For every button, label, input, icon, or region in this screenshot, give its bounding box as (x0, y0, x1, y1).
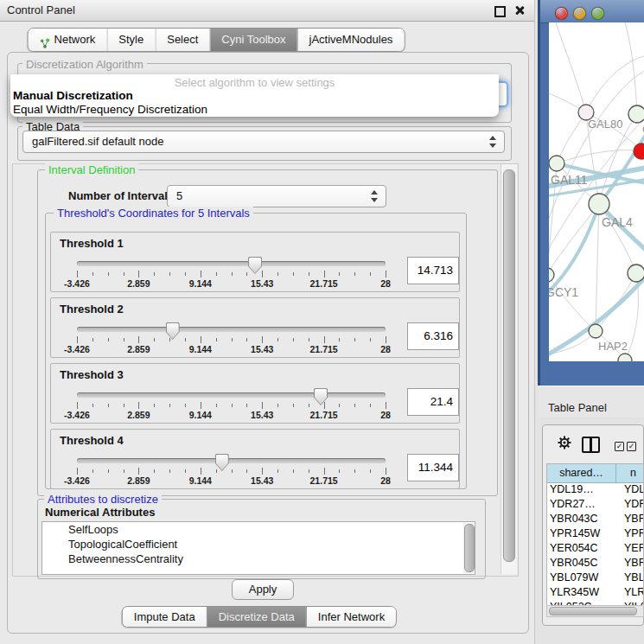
table-hscrollbar-thumb[interactable] (549, 607, 637, 615)
traffic-light-close[interactable] (555, 7, 568, 20)
tick-mark (124, 404, 124, 407)
tab-jactivemnodules[interactable]: jActiveMNodules (297, 29, 405, 51)
tab-select[interactable]: Select (155, 29, 209, 51)
attribute-item-betweennesscentrality[interactable]: BetweennessCentrality (42, 552, 475, 566)
table-row[interactable]: YER054CYER05 (547, 541, 643, 556)
threshold-value-field[interactable]: 11.344 (407, 454, 459, 481)
network-node-gal11[interactable] (549, 156, 564, 171)
tick-mark (92, 272, 93, 276)
tick-mark (262, 271, 263, 277)
network-node-c[interactable] (634, 143, 644, 159)
table-row[interactable]: YPR145WYPR14 (547, 526, 643, 541)
node-table: shared…nYDL19…YDL19YDR27…YDR27YBR043CYBR… (546, 463, 644, 606)
float-icon[interactable] (494, 6, 506, 17)
network-node-h[interactable] (628, 265, 644, 282)
apply-button[interactable]: Apply (232, 579, 294, 600)
network-node-gcy1[interactable] (549, 268, 554, 282)
column-header-shared[interactable]: shared… (547, 464, 616, 483)
tick-label: 9.144 (189, 475, 212, 486)
traffic-light-zoom[interactable] (591, 7, 604, 20)
network-node-gal4[interactable] (589, 194, 609, 214)
network-graph: GAL80GACGAL11GAL4GCY1HHAP2 (549, 22, 644, 361)
table-row[interactable]: YLR345WYLR34 (547, 585, 643, 600)
network-node-hap2[interactable] (589, 324, 603, 338)
attribute-item-selfloops[interactable]: SelfLoops (42, 522, 475, 537)
threshold-value-field[interactable]: 21.4 (407, 388, 459, 416)
panel-scrollbar[interactable] (501, 164, 517, 574)
slider-track[interactable] (77, 261, 386, 266)
table-row[interactable]: YDR27…YDR27 (547, 497, 643, 512)
tick-mark (354, 272, 355, 276)
tick-mark (309, 272, 309, 276)
traffic-light-minimize[interactable] (573, 7, 586, 20)
slider-thumb[interactable] (215, 454, 229, 471)
network-node-ga[interactable] (628, 105, 644, 123)
split-view-icon[interactable] (582, 437, 600, 453)
tab-impute-data[interactable]: Impute Data (123, 607, 207, 627)
column-header-n[interactable]: n (616, 464, 644, 483)
panel-scrollbar-thumb[interactable] (503, 169, 515, 562)
tab-network[interactable]: Network (29, 29, 107, 51)
control-panel-titlebar[interactable]: Control Panel (0, 0, 534, 22)
tick-mark (386, 336, 386, 343)
tick-mark (262, 468, 263, 475)
table-row[interactable]: YDL19…YDL19 (547, 482, 643, 497)
tick-mark (246, 469, 247, 473)
cell-name: YLR34 (619, 585, 644, 600)
network-window-titlebar[interactable] (540, 0, 644, 23)
network-canvas[interactable]: GAL80GACGAL11GAL4GCY1HHAP2 (549, 22, 644, 361)
tick-mark (309, 338, 309, 341)
tick-mark (277, 404, 278, 407)
tick-mark (232, 272, 233, 276)
numerical-attributes-list[interactable]: SelfLoopsTopologicalCoefficientBetweenne… (41, 521, 475, 575)
gear-icon[interactable] (557, 435, 572, 450)
threshold-value-field[interactable]: 6.316 (407, 322, 459, 350)
popup-option-equal-width-frequency[interactable]: Equal Width/Frequency Discretization (13, 103, 207, 116)
table-data-combobox[interactable]: galFiltered.sif default node (22, 131, 505, 153)
cell-shared-name: YDR27… (547, 497, 619, 512)
close-icon[interactable] (514, 5, 525, 16)
combo-arrows-icon (488, 135, 496, 149)
slider-thumb[interactable] (314, 388, 328, 405)
tick-mark (293, 469, 294, 473)
popup-option-manual-discretization[interactable]: Manual Discretization (13, 89, 133, 102)
table-panel-titlebar[interactable]: Table Panel (538, 386, 644, 418)
table-row[interactable]: YBR045CYBR04 (547, 556, 643, 571)
attribute-item-topologicalcoefficient[interactable]: TopologicalCoefficient (42, 537, 475, 552)
table-row[interactable]: YBL079WYBL07 (547, 571, 643, 585)
thresholds-container: Threshold 1-3.4262.8599.14415.4321.71528… (50, 232, 460, 494)
tick-label: 2.859 (127, 344, 150, 354)
tab-discretize-data[interactable]: Discretize Data (207, 607, 306, 627)
tab-label: Style (118, 29, 143, 51)
table-row[interactable]: YBR043CYBR04 (547, 512, 643, 526)
tab-label: Select (167, 29, 198, 51)
number-of-intervals-combobox[interactable]: 5 (167, 185, 386, 207)
slider-track[interactable] (77, 327, 386, 332)
checkbox-icon[interactable]: ✓ (627, 442, 636, 451)
slider-track[interactable] (77, 458, 386, 463)
slider-thumb[interactable] (166, 322, 180, 340)
tick-label: -3.426 (64, 278, 90, 289)
checkbox-icon[interactable]: ✓ (615, 442, 624, 451)
tab-cyni-toolbox[interactable]: Cyni Toolbox (209, 29, 296, 51)
slider-thumb[interactable] (248, 257, 262, 274)
cell-shared-name: YER054C (547, 541, 619, 556)
threshold-value-field[interactable]: 14.713 (407, 257, 459, 284)
tick-mark (324, 336, 325, 343)
tab-infer-network[interactable]: Infer Network (306, 607, 396, 627)
tick-mark (216, 272, 217, 276)
tick-mark (77, 271, 78, 277)
slider-track[interactable] (77, 392, 386, 398)
tick-mark (277, 272, 278, 276)
tick-mark (124, 272, 124, 276)
table-panel-title: Table Panel (548, 401, 607, 414)
tick-mark (232, 404, 233, 407)
tick-label: 15.43 (251, 410, 273, 420)
table-hscrollbar[interactable] (546, 605, 644, 617)
threshold-4-box: Threshold 4-3.4262.8599.14415.4321.71528… (50, 429, 460, 489)
tab-style[interactable]: Style (106, 29, 155, 51)
cell-name: YDR27 (619, 497, 644, 512)
tick-mark (185, 469, 186, 473)
threshold-1-box: Threshold 1-3.4262.8599.14415.4321.71528… (50, 232, 460, 292)
tick-label: -3.426 (64, 344, 90, 354)
